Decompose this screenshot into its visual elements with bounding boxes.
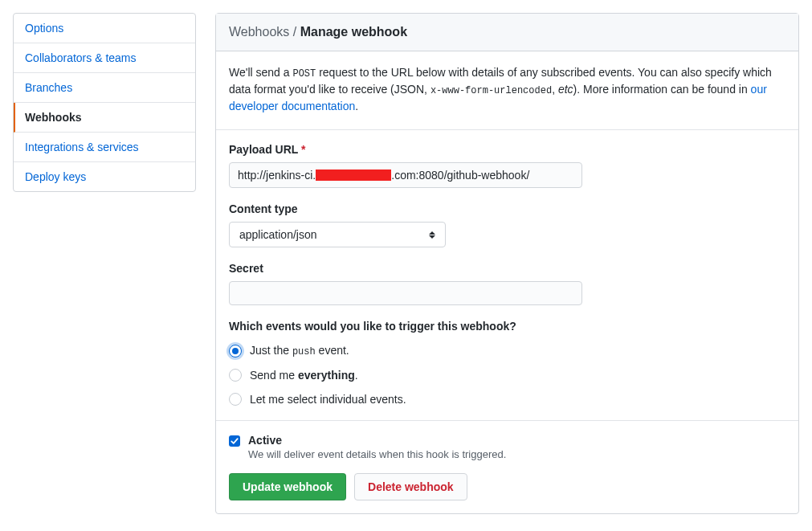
desc-code-post: POST: [292, 68, 316, 80]
label-text: Payload URL: [229, 143, 298, 156]
divider: [216, 420, 798, 421]
radio-icon: [229, 369, 242, 382]
sidebar-item-branches[interactable]: Branches: [14, 73, 195, 103]
secret-input[interactable]: [229, 281, 582, 305]
desc-text: .: [355, 100, 358, 112]
secret-field: Secret: [229, 262, 785, 305]
action-buttons: Update webhook Delete webhook: [229, 473, 785, 500]
content-type-label: Content type: [229, 202, 785, 215]
event-option-individual[interactable]: Let me select individual events.: [229, 393, 785, 406]
event-option-everything[interactable]: Send me everything.: [229, 369, 785, 382]
active-checkbox[interactable]: [229, 435, 240, 447]
webhook-description: We'll send a POST request to the URL bel…: [216, 51, 798, 130]
breadcrumb-parent: Webhooks: [229, 25, 289, 39]
events-field: Which events would you like to trigger t…: [229, 320, 785, 406]
redacted-segment: [316, 170, 391, 181]
sidebar-item-options[interactable]: Options: [14, 14, 195, 43]
payload-url-field: Payload URL * http://jenkins-ci..com:808…: [229, 143, 785, 188]
url-suffix: .com:8080/github-webhook/: [391, 169, 529, 182]
radio-label: Just the push event.: [250, 344, 349, 357]
sidebar-item-deploy-keys[interactable]: Deploy keys: [14, 162, 195, 191]
desc-text: ). More information can be found in: [573, 83, 751, 96]
breadcrumb-separator: /: [293, 25, 296, 39]
breadcrumb-current: Manage webhook: [300, 25, 407, 39]
payload-url-input[interactable]: http://jenkins-ci..com:8080/github-webho…: [229, 162, 582, 188]
url-prefix: http://jenkins-ci.: [238, 169, 316, 182]
content-type-field: Content type application/json: [229, 202, 785, 247]
update-webhook-button[interactable]: Update webhook: [229, 473, 346, 500]
webhook-panel: Webhooks / Manage webhook We'll send a P…: [215, 13, 799, 514]
desc-text: ,: [552, 83, 558, 96]
desc-code-urlencoded: x-www-form-urlencoded: [430, 85, 552, 96]
active-text: Active We will deliver event details whe…: [248, 434, 506, 460]
delete-webhook-button[interactable]: Delete webhook: [354, 473, 467, 500]
active-field: Active We will deliver event details whe…: [229, 434, 785, 460]
desc-etc: etc: [558, 83, 573, 96]
required-indicator: *: [301, 143, 305, 156]
payload-url-label: Payload URL *: [229, 143, 785, 156]
secret-label: Secret: [229, 262, 785, 275]
events-heading: Which events would you like to trigger t…: [229, 320, 785, 333]
event-option-push[interactable]: Just the push event.: [229, 344, 785, 357]
breadcrumb: Webhooks / Manage webhook: [216, 14, 798, 51]
radio-label: Send me everything.: [250, 369, 358, 382]
radio-label: Let me select individual events.: [250, 393, 406, 406]
sidebar-item-collaborators[interactable]: Collaborators & teams: [14, 43, 195, 73]
radio-icon: [229, 393, 242, 406]
active-note: We will deliver event details when this …: [248, 448, 506, 460]
desc-text: We'll send a: [229, 66, 292, 79]
select-value: application/json: [239, 228, 317, 241]
content-type-select[interactable]: application/json: [229, 222, 446, 247]
webhook-form: Payload URL * http://jenkins-ci..com:808…: [216, 130, 798, 513]
sidebar-item-integrations[interactable]: Integrations & services: [14, 133, 195, 162]
settings-sidebar: Options Collaborators & teams Branches W…: [13, 13, 196, 192]
active-label: Active: [248, 434, 282, 447]
sidebar-item-webhooks[interactable]: Webhooks: [14, 103, 195, 133]
select-caret-icon: [429, 231, 435, 239]
radio-icon: [229, 345, 242, 357]
check-icon: [231, 437, 239, 445]
